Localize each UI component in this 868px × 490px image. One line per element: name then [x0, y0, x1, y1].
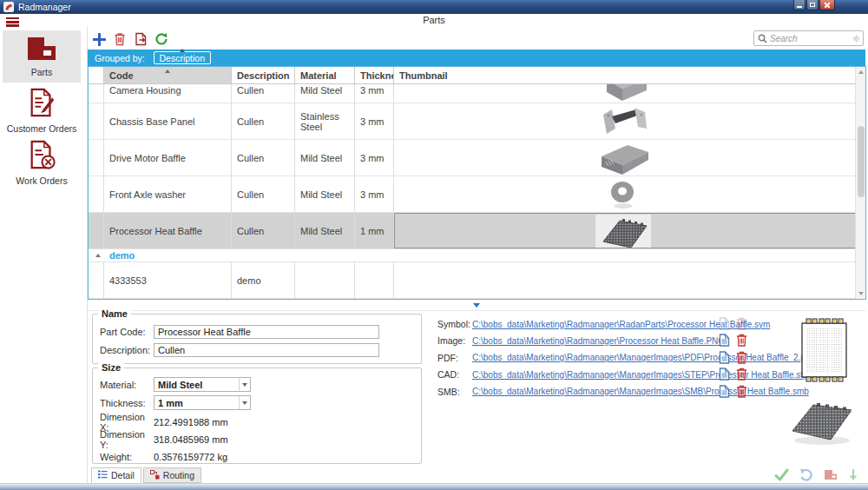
row-indicator-header — [89, 67, 104, 83]
weight-value: 0.3576159772 kg — [154, 452, 227, 462]
cell-material: Stainless Steel — [295, 103, 355, 139]
app-icon — [3, 2, 14, 12]
thumbnail-image — [596, 84, 650, 103]
scroll-down-icon[interactable] — [858, 292, 864, 295]
sort-direction-icon — [180, 49, 185, 52]
cell-material: Mild Steel — [295, 213, 355, 248]
file-row: Image: C:\bobs_data\Marketing\Radmanager… — [437, 334, 755, 347]
cell-description: Cullen — [232, 103, 295, 139]
toolbar — [91, 30, 169, 49]
cell-thickness: 3 mm — [355, 84, 394, 103]
table-row[interactable]: 4333553 demo — [89, 262, 865, 299]
download-arrow-icon[interactable] — [848, 468, 858, 481]
cell-description: Cullen — [232, 140, 295, 175]
file-label: CAD: — [437, 369, 472, 380]
undo-icon[interactable] — [799, 468, 813, 481]
open-document-icon[interactable] — [719, 317, 730, 334]
group-by-description-chip[interactable]: Description — [154, 51, 211, 64]
table-row-selected[interactable]: Processor Heat Baffle Cullen Mild Steel … — [89, 213, 865, 249]
file-label: Symbol: — [437, 319, 472, 329]
tab-detail[interactable]: Detail — [91, 467, 141, 483]
file-link[interactable]: C:\bobs_data\Marketing\Radmanager\Manage… — [472, 387, 809, 396]
sidebar-item-label: Parts — [31, 67, 53, 77]
search-input[interactable] — [770, 34, 852, 43]
group-title: Name — [98, 308, 131, 319]
group-by-label: Grouped by: — [95, 53, 145, 63]
cell-description: demo — [232, 262, 295, 298]
table-scrollbar[interactable] — [855, 67, 865, 299]
refresh-button[interactable] — [154, 31, 169, 47]
open-document-icon[interactable] — [719, 368, 730, 384]
panel-splitter[interactable] — [88, 300, 865, 311]
scrollbar-thumb[interactable] — [858, 126, 865, 197]
sidebar: Parts Customer Orders Work — [0, 28, 86, 483]
sort-ascending-icon — [165, 70, 170, 73]
tab-routing[interactable]: Routing — [143, 467, 201, 483]
window-bottom-border — [0, 483, 868, 490]
minimize-button[interactable] — [793, 0, 806, 10]
cell-description: Cullen — [232, 213, 295, 248]
export-part-button[interactable] — [133, 31, 148, 47]
accept-check-icon[interactable] — [774, 468, 789, 481]
file-row: CAD: C:\bobs_data\Marketing\Radmanager\M… — [437, 368, 755, 381]
cell-code: Drive Motor Baffle — [104, 140, 232, 175]
app-window: Radmanager Parts Parts Customer Orders — [0, 0, 868, 490]
add-part-button[interactable] — [91, 31, 107, 47]
open-document-icon[interactable] — [719, 351, 730, 368]
dimension-y-value: 318.0485969 mm — [154, 434, 228, 445]
sidebar-item-parts[interactable]: Parts — [3, 30, 81, 83]
window-title: Radmanager — [18, 2, 71, 12]
cell-thumbnail — [394, 103, 865, 139]
table-row[interactable]: Camera Housing Cullen Mild Steel 3 mm — [89, 84, 865, 103]
column-header-material[interactable]: Material — [295, 67, 355, 83]
group-by-bar: Grouped by: Description — [88, 50, 865, 66]
file-link[interactable]: C:\bobs_data\Marketing\Radmanager\Manage… — [472, 353, 812, 362]
group-title: Size — [98, 362, 124, 373]
column-header-thumbnail[interactable]: Thumbnail — [394, 67, 865, 83]
list-icon — [98, 470, 108, 480]
chevron-down-icon — [239, 378, 250, 391]
cell-thickness — [355, 262, 394, 298]
part-code-field[interactable] — [154, 325, 379, 339]
delete-file-icon[interactable] — [736, 368, 747, 384]
symbol-preview-image — [799, 316, 849, 384]
column-header-thickness[interactable]: Thickness — [355, 67, 394, 83]
file-label: SMB: — [437, 387, 472, 397]
delete-file-icon[interactable] — [736, 351, 747, 368]
main-panel: Grouped by: Description Code Description… — [87, 26, 865, 483]
delete-file-icon[interactable] — [736, 385, 747, 401]
save-part-icon[interactable] — [824, 469, 838, 480]
close-button[interactable] — [819, 0, 835, 10]
table-row[interactable]: Front Axle washer Cullen Mild Steel 3 mm — [89, 176, 865, 213]
cell-thumbnail — [394, 140, 865, 175]
column-header-code[interactable]: Code — [104, 67, 232, 83]
maximize-button[interactable] — [806, 0, 819, 10]
cell-thickness: 3 mm — [355, 140, 394, 175]
column-header-description[interactable]: Description — [232, 67, 295, 83]
file-link[interactable]: C:\bobs_data\Marketing\Radmanager\Proces… — [472, 336, 725, 346]
parts-table: Code Description Material Thickness Thum… — [88, 66, 866, 300]
thickness-select[interactable]: 1 mm — [154, 395, 251, 410]
table-row[interactable]: Chassis Base Panel Cullen Stainless Stee… — [89, 103, 865, 140]
file-row: PDF: C:\bobs_data\Marketing\Radmanager\M… — [437, 352, 755, 364]
sidebar-item-work-orders[interactable]: Work Orders — [3, 137, 81, 188]
open-document-icon[interactable] — [719, 334, 730, 350]
cell-material: Mild Steel — [295, 176, 355, 212]
cell-thickness: 1 mm — [355, 213, 394, 248]
chevron-down-icon — [239, 396, 250, 409]
file-link[interactable]: C:\bobs_data\Marketing\Radmanager\Manage… — [472, 370, 808, 380]
delete-part-button[interactable] — [112, 31, 128, 47]
description-field[interactable] — [154, 343, 379, 357]
sidebar-item-customer-orders[interactable]: Customer Orders — [3, 85, 81, 136]
search-options-gear-icon[interactable] — [852, 35, 860, 43]
group-header-demo[interactable]: demo — [89, 249, 865, 262]
scroll-up-icon[interactable] — [858, 70, 864, 74]
cell-thickness: 3 mm — [355, 176, 394, 212]
material-select[interactable]: Mild Steel — [154, 377, 251, 392]
routing-icon — [150, 470, 160, 481]
open-document-icon[interactable] — [719, 385, 730, 401]
delete-file-icon[interactable] — [736, 334, 747, 350]
table-row[interactable]: Drive Motor Baffle Cullen Mild Steel 3 m… — [89, 140, 865, 176]
size-group: Size Material: Mild Steel Thickness: 1 m… — [92, 368, 422, 464]
delete-file-icon[interactable] — [736, 317, 747, 334]
